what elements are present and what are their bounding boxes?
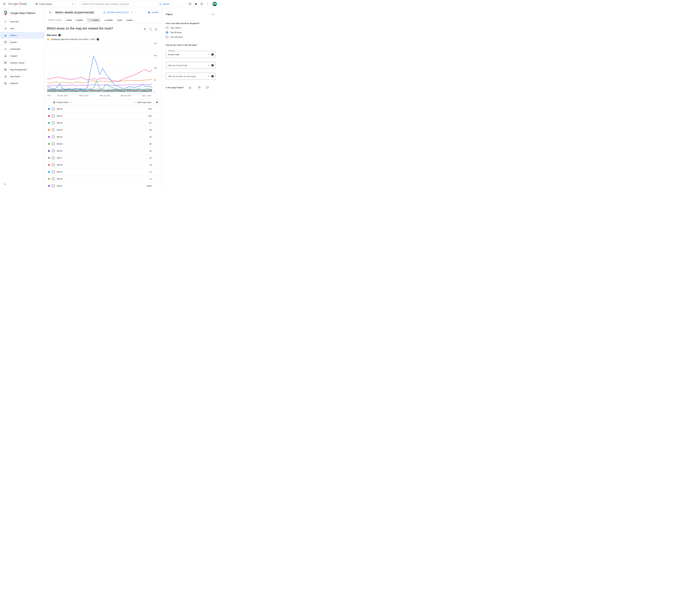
back-button[interactable] (48, 10, 53, 15)
search-button[interactable]: Search (157, 1, 172, 7)
postal-filter-help-icon[interactable]: ? (211, 64, 214, 67)
row-checkbox[interactable] (52, 108, 54, 110)
x-axis-tick-label: Mar 29, 2022 (121, 95, 131, 97)
postal-code-cell: 98102 (57, 143, 63, 145)
time-range-option[interactable]: 1 week (66, 19, 72, 21)
table-row[interactable]: 98113 11 (44, 168, 162, 176)
time-range-option[interactable]: 2 weeks (76, 19, 83, 21)
table-row[interactable]: 98125 11 (44, 176, 162, 182)
chart-toolbar (143, 27, 159, 32)
column-settings-button[interactable] (156, 101, 158, 103)
chevron-down-icon (69, 101, 72, 103)
chart-zoom-button[interactable] (143, 27, 147, 32)
map-views-filter-select[interactable]: Filter by number of map views ? (166, 73, 216, 80)
export-csv-button[interactable]: EXPORT DATA TO CSV (103, 11, 133, 14)
filters-collapse-button[interactable] (210, 12, 216, 17)
time-range-option[interactable]: ✓ 4 weeks (87, 18, 101, 22)
avatar[interactable] (212, 2, 217, 6)
table-row[interactable]: Name Value (44, 182, 162, 189)
reset-zoom-button[interactable]: RESET ZOOM (48, 19, 62, 21)
datasets-icon (4, 82, 7, 85)
row-checkbox[interactable] (52, 164, 54, 166)
row-checkbox[interactable] (52, 129, 54, 131)
thumbs-up-button[interactable] (188, 85, 192, 90)
sidebar-item-label: Quotas (10, 41, 17, 43)
group-header-label: Postal Codes (56, 101, 68, 103)
views-filter-help-icon[interactable]: ? (211, 75, 214, 78)
group-by-header[interactable]: Postal Codes (53, 101, 72, 103)
credentials-icon (4, 47, 7, 51)
chart-fullscreen-button[interactable] (148, 27, 153, 32)
sidebar-item-datasets[interactable]: Datasets (0, 80, 44, 87)
send-feedback-button[interactable] (205, 85, 210, 90)
sidebar-item-solution-library[interactable]: Solution Library (0, 59, 44, 66)
radio-top-100-items[interactable]: Top 100 items (166, 36, 216, 38)
learn-link[interactable]: LEARN (148, 11, 158, 14)
map-styles-icon (4, 75, 7, 78)
project-icon (36, 3, 38, 5)
sidebar-item-support[interactable]: Support (0, 53, 44, 59)
postal-code-filter-select[interactable]: Filter by Postal Code ? (166, 62, 216, 69)
sidebar-collapse-button[interactable] (2, 181, 8, 187)
group-by-field-label: Group by (167, 50, 176, 52)
table-row[interactable]: 98103 16 (44, 162, 162, 168)
row-checkbox[interactable] (52, 136, 54, 138)
sidebar-item-apis[interactable]: APIs (0, 25, 44, 32)
sidebar-item-map-management[interactable]: Map Management (0, 66, 44, 73)
table-row[interactable]: 98117 22 (44, 154, 162, 162)
row-checkbox[interactable] (52, 185, 54, 187)
warning-help-icon[interactable]: ? (97, 38, 99, 41)
x-axis-tick-label: Mar 8, 2022 (79, 95, 89, 97)
row-checkbox[interactable] (52, 178, 54, 180)
date-range-warning: Displaying data from February 26 to Apri… (47, 38, 159, 41)
cloud-shell-button[interactable] (187, 1, 193, 7)
series-color-dot (48, 122, 50, 124)
sidebar-item-overview[interactable]: Overview (0, 18, 44, 25)
value-column-header[interactable]: Total map views (133, 101, 151, 103)
row-checkbox[interactable] (52, 143, 54, 145)
columns-icon (156, 101, 158, 103)
sidebar-item-metrics[interactable]: Metrics (0, 32, 44, 39)
row-checkbox[interactable] (52, 115, 54, 117)
time-range-label: 2 weeks (76, 19, 83, 21)
more-options-button[interactable] (205, 1, 211, 7)
value-header-label: Total map views (137, 101, 151, 103)
help-button[interactable] (199, 1, 204, 7)
table-row[interactable]: 98111 165 (44, 112, 162, 120)
notifications-button[interactable] (193, 1, 199, 7)
row-checkbox[interactable] (52, 122, 54, 124)
row-checkbox[interactable] (52, 157, 54, 159)
google-cloud-logo[interactable]: Google Cloud (8, 2, 27, 6)
map-views-value-cell: 56 (149, 129, 152, 131)
series-color-dot (48, 178, 50, 180)
table-row[interactable]: 98101 67 (44, 120, 162, 126)
warning-icon (47, 38, 50, 41)
table-row[interactable]: 98122 42 (44, 134, 162, 140)
time-range-label: 1 year (117, 19, 122, 21)
main-panel: Metric details (experimental) EXPORT DAT… (44, 8, 162, 189)
search-input[interactable] (80, 1, 157, 7)
apis-icon (4, 27, 7, 30)
group-by-select[interactable]: Group by Postal Code ? (166, 51, 216, 58)
sidebar-item-credentials[interactable]: Credentials (0, 45, 44, 53)
thumbs-down-button[interactable] (197, 85, 201, 90)
map-views-value-cell: 16 (149, 164, 152, 166)
radio-top-5-items[interactable]: Top 5 items (166, 27, 216, 29)
sidebar-item-quotas[interactable]: Quotas (0, 39, 44, 45)
table-row[interactable]: 98133 56 (44, 126, 162, 134)
time-range-option[interactable]: 3 years (126, 19, 133, 21)
row-checkbox[interactable] (52, 150, 54, 152)
metric-help-icon[interactable]: ? (58, 34, 61, 36)
radio-top-50-items[interactable]: Top 50 items (166, 31, 216, 34)
table-row[interactable]: 98102 40 (44, 140, 162, 148)
hamburger-menu-button[interactable] (2, 1, 7, 7)
table-row[interactable]: 98101 32 (44, 148, 162, 154)
time-range-option[interactable]: 1 year (117, 19, 122, 21)
time-range-option[interactable]: 12 weeks (105, 19, 113, 21)
table-row[interactable]: 98115 235 (44, 106, 162, 112)
chart-export-button[interactable] (153, 27, 159, 32)
row-checkbox[interactable] (52, 171, 54, 173)
sidebar-item-map-styles[interactable]: Map Styles (0, 73, 44, 80)
project-selector[interactable]: Project Name (33, 1, 76, 6)
group-by-help-icon[interactable]: ? (211, 53, 214, 56)
